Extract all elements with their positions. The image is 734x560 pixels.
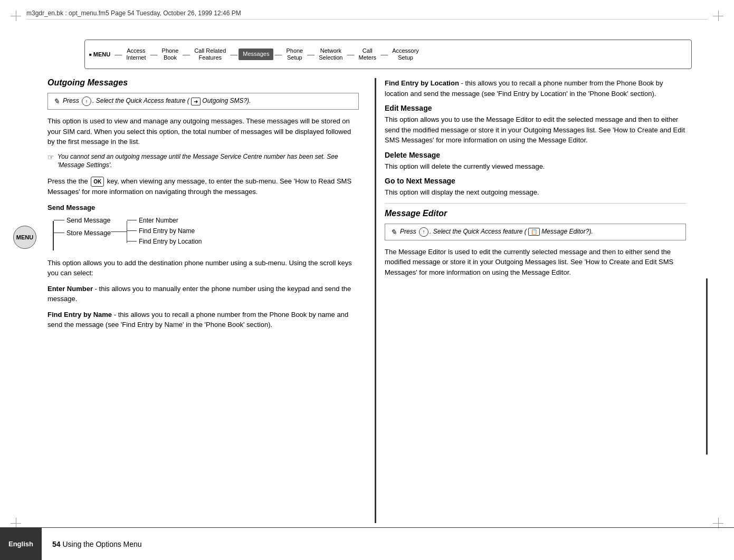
up-arrow-button: ↑ <box>82 96 91 106</box>
nav-arrow-8: — <box>380 50 388 59</box>
find-by-location-label: Find Entry by Location <box>385 79 459 87</box>
footer-page-info: 54 Using the Options Menu <box>42 540 142 548</box>
menu-label: MENU <box>89 51 110 57</box>
corner-mark-tr <box>713 11 723 21</box>
right-column: Find Entry by Location - this allows you… <box>375 78 686 523</box>
tree-enter-number: Enter Number <box>139 217 178 224</box>
delete-message-text: This option will delete the currently vi… <box>385 161 686 172</box>
note-text: You cannot send an outgoing message unti… <box>58 152 359 170</box>
ok-button-ref: OK <box>91 177 104 187</box>
nav-item-messages[interactable]: Messages <box>239 49 273 60</box>
nav-arrow-2: — <box>150 50 158 59</box>
press-instruction-box-2: ✎ Press ↑. Select the Quick Access featu… <box>385 224 686 240</box>
pencil-icon-2: ✎ <box>390 228 397 236</box>
edit-message-text: This option allows you to use the Messag… <box>385 114 686 146</box>
menu-button[interactable]: MENU <box>13 226 36 249</box>
tree-diagram: Send Message Store Message Enter Number <box>53 217 359 250</box>
nav-item-call-meters[interactable]: Call Meters <box>356 46 380 62</box>
delete-message-heading: Delete Message <box>385 151 686 159</box>
note-icon: ☞ <box>47 152 54 170</box>
page-number: 54 <box>52 540 61 548</box>
press-instruction-text: Select the Quick Access feature ( <box>96 97 189 104</box>
send-message-heading: Send Message <box>47 204 359 211</box>
enter-number-desc: Enter Number - this allows you to manual… <box>47 284 359 304</box>
outgoing-messages-desc: This option is used to view and manage a… <box>47 116 359 147</box>
message-editor-text: The Message Editor is used to edit the c… <box>385 247 686 278</box>
tree-find-by-name: Find Entry by Name <box>139 227 195 235</box>
section-divider <box>385 203 686 204</box>
nav-item-phone-setup[interactable]: Phone Setup <box>283 46 306 62</box>
page-header: m3gdr_en.bk : opt_menu.fm5 Page 54 Tuesd… <box>26 9 708 20</box>
sms-editor-icon: 📋 <box>528 228 540 236</box>
press-label-2: Press <box>400 228 416 235</box>
nav-item-call-related[interactable]: Call Related Features <box>191 46 229 62</box>
up-arrow-button-2: ↑ <box>419 227 428 237</box>
note-box: ☞ You cannot send an outgoing message un… <box>47 152 359 170</box>
edit-message-heading: Edit Message <box>385 104 686 112</box>
send-message-desc: This option allows you to add the destin… <box>47 258 359 278</box>
press-instruction-box: ✎ Press ↑. Select the Quick Access featu… <box>47 93 359 110</box>
find-by-name-desc: Find Entry by Name - this allows you to … <box>47 310 359 330</box>
nav-bar: MENU — Access Internet — Phone Book — Ca… <box>84 40 692 69</box>
nav-item-accessory-setup[interactable]: Accessory Setup <box>389 46 422 62</box>
nav-arrow-7: — <box>347 50 355 59</box>
main-content: MENU Outgoing Messages ✎ Press ↑. Select… <box>47 78 708 523</box>
footer: English 54 Using the Options Menu <box>0 527 734 560</box>
nav-item-network-selection[interactable]: Network Selection <box>316 46 346 62</box>
corner-mark-br <box>713 518 723 528</box>
nav-item-phone-book[interactable]: Phone Book <box>159 46 182 62</box>
nav-arrow-3: — <box>183 50 190 59</box>
nav-arrow-4: — <box>230 50 237 59</box>
go-next-message-heading: Go to Next Message <box>385 177 686 185</box>
footer-language: English <box>0 528 42 560</box>
sms-outgoing-icon: ➜ <box>191 98 201 105</box>
left-column: MENU Outgoing Messages ✎ Press ↑. Select… <box>47 78 359 523</box>
pencil-icon: ✎ <box>53 97 60 105</box>
nav-arrow-6: — <box>307 50 314 59</box>
tree-find-by-location: Find Entry by Location <box>139 238 202 245</box>
tree-send-message: Send Message <box>66 217 110 224</box>
corner-mark-bl <box>11 518 21 528</box>
outgoing-messages-title: Outgoing Messages <box>47 78 359 88</box>
find-by-location-desc: Find Entry by Location - this allows you… <box>385 78 686 99</box>
ok-key-instruction: Press the the OK key, when viewing any m… <box>47 176 359 197</box>
nav-item-access-internet[interactable]: Access Internet <box>123 46 149 62</box>
right-border-indicator <box>706 278 708 455</box>
message-editor-title: Message Editor <box>385 209 686 218</box>
header-text: m3gdr_en.bk : opt_menu.fm5 Page 54 Tuesd… <box>26 9 241 17</box>
nav-arrow-1: — <box>115 50 122 59</box>
find-by-name-label: Find Entry by Name <box>47 311 112 318</box>
enter-number-label: Enter Number <box>47 285 93 293</box>
press-label: Press <box>63 97 79 104</box>
corner-mark-tl <box>11 11 21 21</box>
go-next-message-text: This option will display the next outgoi… <box>385 187 686 198</box>
nav-arrow-5: — <box>274 50 282 59</box>
footer-page-text: Using the Options Menu <box>62 540 141 548</box>
tree-store-message: Store Message <box>66 229 111 237</box>
